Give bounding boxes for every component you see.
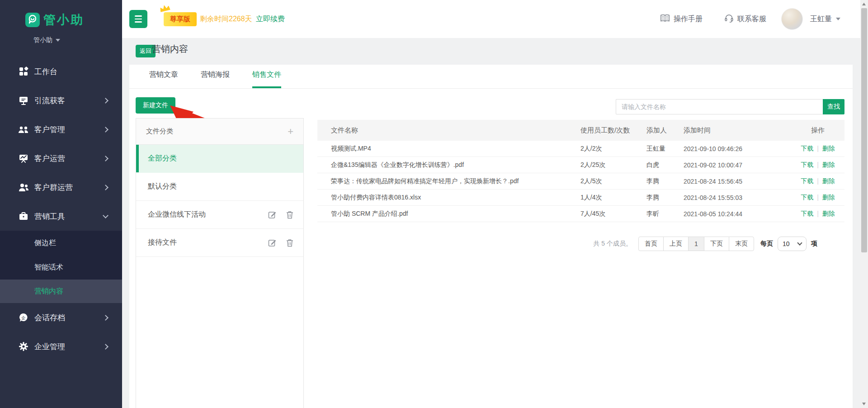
pagination: 共 5 个成员。 首页 上页 1 下页 末页 每页 10 项 — [593, 237, 817, 251]
tab-sales-files[interactable]: 销售文件 — [252, 70, 281, 88]
download-link[interactable]: 下载 — [801, 210, 813, 217]
svg-text:企: 企 — [21, 315, 26, 320]
file-time: 2021-08-05 10:24:44 — [684, 210, 791, 218]
sidebar: 管小助 管小助 工作台 引流获客 客户管理 — [0, 0, 122, 408]
support-link[interactable]: 联系客服 — [724, 0, 766, 38]
tab-marketing-posters[interactable]: 营销海报 — [201, 70, 230, 88]
chevron-right-icon — [103, 344, 108, 350]
monitor-icon — [18, 95, 29, 106]
pagination-last-button[interactable]: 末页 — [729, 237, 754, 251]
chevron-down-icon — [836, 18, 840, 20]
vip-badge[interactable]: 尊享版 — [164, 12, 197, 26]
sidebar-menu: 工作台 引流获客 客户管理 客户运营 客户群运 — [0, 57, 122, 361]
sidebar-item-customer-operation[interactable]: 客户运营 — [0, 144, 122, 173]
app-logo: 管小助 — [0, 0, 122, 28]
delete-link[interactable]: 删除 — [822, 161, 835, 168]
chevron-down-icon — [797, 240, 802, 245]
submenu-item-smart-script[interactable]: 智能话术 — [0, 255, 122, 280]
scrollbar-thumb[interactable] — [861, 8, 867, 252]
submenu-item-sidebar-tool[interactable]: 侧边栏 — [0, 231, 122, 255]
sidebar-item-group-operation[interactable]: 客户群运营 — [0, 173, 122, 202]
download-link[interactable]: 下载 — [801, 145, 813, 152]
file-adder: 李昕 — [646, 210, 684, 218]
file-name: 企微&135编辑器《企业数字化增长训练营》.pdf — [317, 161, 580, 169]
per-page-select[interactable]: 10 — [778, 237, 807, 251]
file-name: 荣事达：传统家电品牌如何精准搞定年轻用户，实现焕新增长？.pdf — [317, 177, 580, 185]
pagination-prev-button[interactable]: 上页 — [663, 237, 689, 251]
category-item-wecom-offline[interactable]: 企业微信线下活动 — [136, 201, 303, 229]
table-row: 视频测试.MP4 2人/2次 王虹量 2021-09-10 09:46:26 下… — [317, 141, 844, 157]
download-link[interactable]: 下载 — [801, 194, 813, 201]
workbench-icon — [18, 66, 29, 77]
app-logo-icon — [25, 13, 40, 27]
sidebar-item-marketing-tools[interactable]: 营销工具 — [0, 202, 122, 231]
table-row: 企微&135编辑器《企业数字化增长训练营》.pdf 2人/25次 白虎 2021… — [317, 157, 844, 173]
file-time: 2021-09-02 10:00:47 — [684, 161, 791, 169]
renew-link[interactable]: 立即续费 — [256, 14, 285, 24]
search-button[interactable]: 查找 — [823, 99, 844, 114]
pagination-next-button[interactable]: 下页 — [704, 237, 729, 251]
table-row: 荣事达：传统家电品牌如何精准搞定年轻用户，实现焕新增长？.pdf 2人/5次 李… — [317, 173, 844, 190]
avatar[interactable] — [781, 8, 803, 30]
group-icon — [18, 182, 29, 193]
file-adder: 王虹量 — [646, 145, 684, 153]
edit-icon[interactable] — [268, 239, 276, 247]
scroll-up-icon[interactable] — [862, 3, 866, 5]
book-icon — [660, 14, 670, 24]
submenu-item-marketing-content[interactable]: 营销内容 — [0, 280, 122, 303]
files-table: 文件名称 使用员工数/次数 添加人 添加时间 操作 视频测试.MP4 2人/2次… — [317, 120, 844, 222]
new-file-button[interactable]: 新建文件 — [136, 97, 175, 114]
file-usage: 1人/4次 — [580, 194, 646, 202]
file-name: 管小助 SCRM 产品介绍.pdf — [317, 210, 580, 218]
col-file-name: 文件名称 — [317, 126, 580, 135]
presentation-chart-icon — [18, 153, 29, 164]
tab-marketing-articles[interactable]: 营销文章 — [149, 70, 178, 88]
briefcase-icon — [18, 211, 29, 222]
delete-icon[interactable] — [286, 211, 293, 219]
category-item-reception-files[interactable]: 接待文件 — [136, 229, 303, 257]
pagination-page-1[interactable]: 1 — [688, 237, 704, 251]
sidebar-item-workbench[interactable]: 工作台 — [0, 57, 122, 86]
sidebar-item-customer-management[interactable]: 客户管理 — [0, 115, 122, 144]
per-page-label: 每页 — [760, 240, 773, 248]
add-category-icon[interactable]: + — [288, 127, 293, 137]
manual-link[interactable]: 操作手册 — [660, 0, 703, 38]
download-link[interactable]: 下载 — [801, 177, 813, 185]
user-menu[interactable]: 王虹量 — [810, 0, 840, 38]
edit-icon[interactable] — [268, 211, 276, 219]
org-switcher[interactable]: 管小助 — [0, 28, 122, 44]
category-item-default[interactable]: 默认分类 — [136, 173, 303, 201]
file-name: 视频测试.MP4 — [317, 145, 580, 153]
sidebar-item-lead-acquisition[interactable]: 引流获客 — [0, 86, 122, 115]
scroll-down-icon[interactable] — [862, 403, 866, 405]
col-adder: 添加人 — [646, 126, 684, 135]
delete-link[interactable]: 删除 — [822, 210, 835, 217]
delete-icon[interactable] — [286, 239, 293, 247]
file-adder: 李腾 — [646, 177, 684, 185]
scrollbar[interactable] — [860, 0, 868, 408]
category-item-all[interactable]: 全部分类 — [136, 145, 303, 173]
download-link[interactable]: 下载 — [801, 161, 813, 168]
menu-toggle-button[interactable] — [129, 10, 147, 28]
chevron-right-icon — [103, 127, 108, 133]
page-title: 营销内容 — [152, 43, 188, 55]
file-time: 2021-09-10 09:46:26 — [684, 145, 791, 152]
pagination-first-button[interactable]: 首页 — [638, 237, 664, 251]
col-actions: 操作 — [791, 126, 844, 135]
delete-link[interactable]: 删除 — [822, 145, 835, 152]
sidebar-item-chat-archive[interactable]: 企 会话存档 — [0, 303, 122, 332]
search-input[interactable] — [616, 99, 823, 114]
col-usage: 使用员工数/次数 — [580, 126, 646, 135]
file-adder: 白虎 — [646, 161, 684, 169]
search-bar: 查找 — [616, 99, 844, 114]
delete-link[interactable]: 删除 — [822, 177, 835, 185]
file-usage: 2人/25次 — [580, 161, 646, 169]
table-row: 管小助付费内容详情表0816.xlsx 1人/4次 李腾 2021-08-24 … — [317, 190, 844, 206]
chevron-down-icon — [103, 213, 108, 218]
chevron-right-icon — [103, 185, 108, 190]
delete-link[interactable]: 删除 — [822, 194, 835, 201]
customers-icon — [18, 124, 29, 135]
category-panel-header: 文件分类 + — [136, 119, 303, 145]
sidebar-item-enterprise-management[interactable]: 企业管理 — [0, 332, 122, 361]
marketing-tools-submenu: 侧边栏 智能话术 营销内容 — [0, 231, 122, 303]
